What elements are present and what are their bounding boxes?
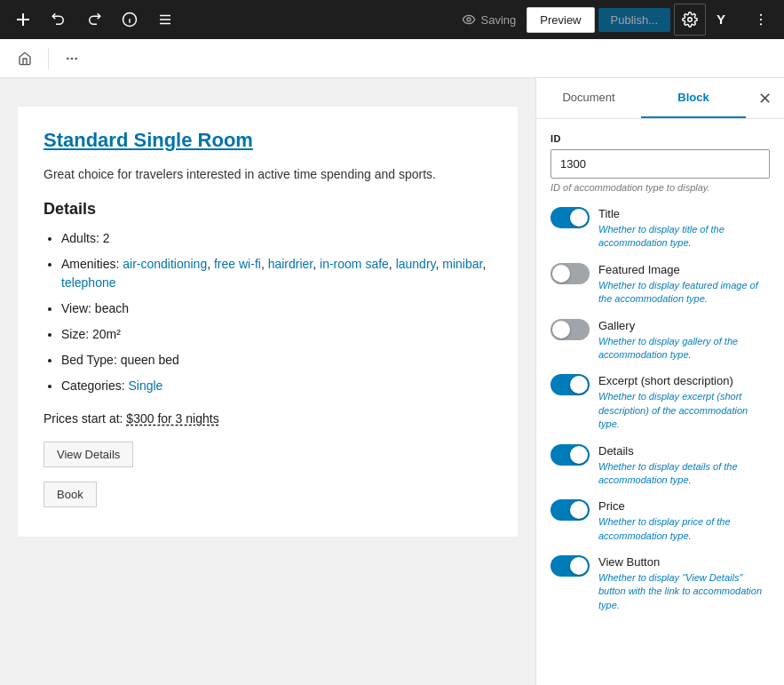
list-item: Amenities: air-conditioning, free wi-fi,…	[61, 255, 492, 292]
amenity-link[interactable]: telephone	[61, 275, 116, 290]
toggle-switch-gallery[interactable]	[550, 319, 590, 340]
toggle-title-excerpt: Excerpt (short description)	[598, 374, 770, 387]
toggle-switch-details[interactable]	[550, 444, 590, 466]
saving-status: Saving	[462, 12, 517, 27]
toolbar-divider	[48, 48, 49, 69]
toggle-desc-details: Whether to display details of the accomm…	[598, 460, 770, 488]
amenity-link[interactable]: minibar	[442, 257, 482, 271]
toggle-title-featured-image: Featured Image	[598, 263, 770, 276]
book-button[interactable]: Book	[44, 482, 97, 507]
amenity-link[interactable]: air-conditioning	[123, 257, 207, 271]
toggle-desc-price: Whether to display price of the accommod…	[598, 515, 770, 543]
toggle-switch-featured-image[interactable]	[550, 263, 590, 284]
toggle-row-excerpt: Excerpt (short description)Whether to di…	[550, 374, 770, 431]
toggle-desc-view-button: Whether to display "View Details" button…	[598, 571, 770, 612]
svg-point-15	[71, 57, 74, 60]
svg-point-11	[760, 14, 762, 16]
prices-line: Prices start at: $300 for 3 nights	[44, 411, 492, 426]
toggle-title-gallery: Gallery	[598, 319, 770, 332]
id-label: ID	[550, 133, 770, 144]
toggle-title-title: Title	[598, 207, 770, 220]
svg-point-13	[760, 23, 762, 25]
add-block-button[interactable]	[7, 4, 39, 36]
toggle-desc-title: Whether to display title of the accommod…	[598, 223, 770, 251]
info-button[interactable]	[114, 4, 146, 36]
block-toolbar	[0, 39, 784, 78]
svg-point-12	[760, 19, 762, 20]
tab-document[interactable]: Document	[536, 78, 641, 118]
id-field-group: ID ID of accommodation type to display.	[550, 133, 770, 193]
undo-button[interactable]	[43, 4, 75, 36]
room-title[interactable]: Standard Single Room	[44, 129, 492, 152]
toggle-title-view-button: View Button	[598, 555, 770, 569]
svg-point-16	[75, 57, 77, 60]
toggle-row-price: PriceWhether to display price of the acc…	[550, 499, 770, 543]
redo-button[interactable]	[78, 4, 110, 36]
view-details-button[interactable]: View Details	[44, 442, 133, 467]
toggle-switch-excerpt[interactable]	[550, 374, 590, 395]
details-list: Adults: 2 Amenities: air-conditioning, f…	[44, 229, 492, 395]
yoast-icon[interactable]: Y	[709, 4, 741, 36]
sidebar-header: Document Block ✕	[536, 78, 784, 119]
amenity-link[interactable]: hairdrier	[268, 257, 313, 271]
toggle-title-details: Details	[598, 444, 770, 458]
settings-sidebar: Document Block ✕ ID ID of accommodation …	[535, 78, 784, 685]
amenity-link[interactable]: free wi-fi	[214, 257, 261, 271]
svg-point-14	[67, 57, 69, 60]
tab-block[interactable]: Block	[641, 78, 746, 118]
toggles-container: TitleWhether to display title of the acc…	[550, 207, 770, 612]
toggle-row-view-button: View ButtonWhether to display "View Deta…	[550, 555, 770, 612]
room-block: Standard Single Room Great choice for tr…	[18, 107, 518, 537]
amenity-link[interactable]: in-room safe	[320, 257, 389, 271]
toggle-desc-excerpt: Whether to display excerpt (short descri…	[598, 390, 770, 431]
room-description: Great choice for travelers interested in…	[44, 164, 492, 184]
main-area: Standard Single Room Great choice for tr…	[0, 78, 784, 685]
sidebar-close-button[interactable]: ✕	[746, 89, 784, 108]
toggle-row-featured-image: Featured ImageWhether to display feature…	[550, 263, 770, 307]
list-item: Adults: 2	[61, 229, 492, 248]
toggle-row-details: DetailsWhether to display details of the…	[550, 444, 770, 488]
toggle-row-title: TitleWhether to display title of the acc…	[550, 207, 770, 251]
toggle-title-price: Price	[598, 499, 770, 513]
sidebar-body: ID ID of accommodation type to display. …	[536, 119, 784, 639]
preview-button[interactable]: Preview	[527, 7, 594, 33]
settings-button[interactable]	[674, 4, 706, 36]
list-item: Size: 20m²	[61, 325, 492, 344]
id-input[interactable]	[550, 149, 770, 179]
svg-text:Y: Y	[717, 12, 725, 27]
content-area: Standard Single Room Great choice for tr…	[0, 78, 535, 685]
toggle-row-gallery: GalleryWhether to display gallery of the…	[550, 319, 770, 362]
toggle-desc-gallery: Whether to display gallery of the accomm…	[598, 335, 770, 362]
main-toolbar: Saving Preview Publish... Y	[0, 0, 784, 39]
list-item: Categories: Single	[61, 377, 492, 395]
details-heading: Details	[44, 200, 492, 219]
block-more-button[interactable]	[58, 44, 86, 73]
list-item: View: beach	[61, 299, 492, 318]
category-link[interactable]: Single	[128, 378, 162, 393]
id-hint: ID of accommodation type to display.	[550, 182, 770, 193]
home-button[interactable]	[11, 44, 39, 73]
svg-point-9	[688, 18, 693, 22]
toggle-switch-price[interactable]	[550, 499, 590, 521]
amenity-link[interactable]: laundry	[396, 257, 436, 271]
svg-point-8	[467, 18, 471, 21]
publish-button[interactable]: Publish...	[598, 8, 670, 32]
toggle-desc-featured-image: Whether to display featured image of the…	[598, 279, 770, 307]
list-view-button[interactable]	[149, 4, 181, 36]
toggle-switch-title[interactable]	[550, 207, 590, 228]
more-options-button[interactable]	[745, 4, 777, 36]
toggle-switch-view-button[interactable]	[550, 555, 590, 577]
list-item: Bed Type: queen bed	[61, 351, 492, 370]
svg-rect-1	[17, 19, 29, 20]
